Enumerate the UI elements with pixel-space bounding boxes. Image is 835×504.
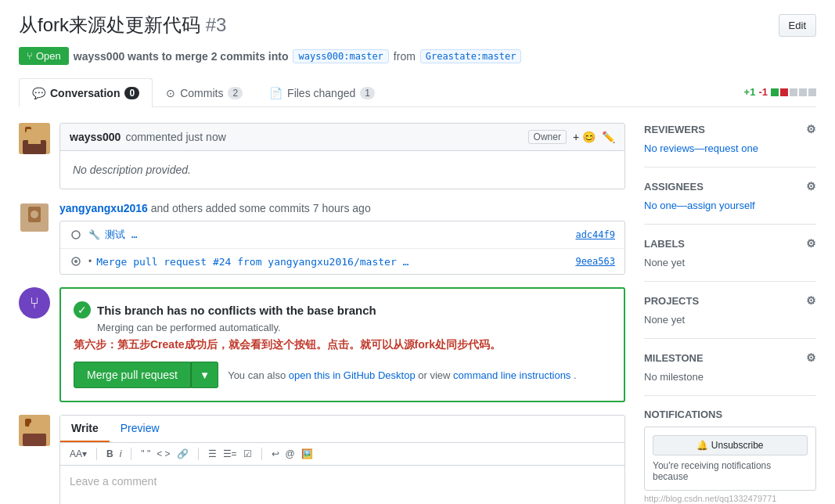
target-branch[interactable]: wayss000:master: [293, 49, 388, 63]
edit-comment-icon[interactable]: ✏️: [602, 131, 615, 143]
write-toolbar: AA▾ B i " " < > 🔗 ☰ ☰= ☑ ↩: [60, 443, 624, 466]
pr-author: wayss000 wants to merge 2 commits into: [74, 50, 289, 63]
comment-block: wayss000 commented just now Owner + 😊 ✏️…: [19, 123, 625, 189]
toolbar-link[interactable]: 🔗: [177, 448, 189, 459]
commit-sha-1[interactable]: adc44f9: [575, 229, 615, 240]
pr-header: 从fork来源处更新代码 #3 Edit: [19, 13, 816, 38]
write-placeholder: Leave a comment: [70, 475, 157, 488]
sidebar-labels-title: Labels ⚙: [644, 237, 816, 250]
labels-gear-icon[interactable]: ⚙: [806, 237, 816, 250]
edit-button[interactable]: Edit: [779, 14, 816, 37]
comment-content: No description provided.: [60, 151, 624, 189]
tab-commits-count: 2: [228, 87, 243, 99]
toolbar-unordered-list[interactable]: ☰: [208, 448, 217, 459]
diff-box-4: [799, 88, 807, 96]
avatar-current-user: [19, 415, 50, 446]
toolbar-mention[interactable]: @: [286, 448, 295, 459]
merge-pull-request-button[interactable]: Merge pull request: [74, 362, 191, 388]
milestone-value: No milestone: [644, 371, 704, 383]
tab-commits-label: Commits: [180, 87, 223, 99]
reviewers-value[interactable]: No reviews—request one: [644, 142, 758, 154]
labels-value: None yet: [644, 257, 685, 268]
main-layout: wayss000 commented just now Owner + 😊 ✏️…: [19, 123, 816, 504]
toolbar-bold[interactable]: B: [106, 448, 113, 459]
activity-icon-area: [19, 202, 50, 233]
write-body: Write Preview AA▾ B i " " < > 🔗 ☰: [59, 415, 625, 504]
sidebar-assignees-title: Assignees ⚙: [644, 180, 816, 193]
emoji-button[interactable]: + 😊: [573, 131, 596, 143]
toolbar-reply[interactable]: ↩: [272, 448, 279, 459]
toolbar-sep-4: [261, 448, 262, 460]
comment-badges: Owner + 😊 ✏️: [528, 130, 615, 144]
svg-point-9: [72, 231, 80, 239]
avatar-activity: [20, 203, 49, 232]
commit-dot-icon-2: [70, 255, 82, 268]
tab-conversation-label: Conversation: [50, 87, 120, 99]
commit-list: 🔧 测试 … adc44f9 • Merge pull request #24 …: [59, 221, 625, 275]
chevron-down-icon: ▼: [200, 369, 210, 381]
git-pull-request-icon: ⑂: [27, 50, 33, 62]
diff-stats: +1 -1: [744, 86, 816, 98]
projects-gear-icon[interactable]: ⚙: [806, 294, 816, 307]
toolbar-image[interactable]: 🖼️: [301, 448, 313, 459]
status-badge: ⑂ Open: [19, 47, 69, 65]
diff-deletions: -1: [758, 86, 768, 98]
comment-body: wayss000 commented just now Owner + 😊 ✏️…: [59, 123, 625, 189]
toolbar-quote[interactable]: " ": [141, 448, 150, 459]
source-branch[interactable]: Greastate:master: [420, 49, 522, 63]
tab-conversation-count: 0: [124, 87, 139, 99]
activity-header: yangyangxu2016 and others added some com…: [59, 202, 625, 214]
unsubscribe-button[interactable]: 🔔 Unsubscribe: [653, 435, 808, 455]
commit-item-1: 🔧 测试 … adc44f9: [60, 221, 624, 249]
comment-header: wayss000 commented just now Owner + 😊 ✏️: [60, 124, 624, 151]
activity-description: and others added some commits 7 hours ag…: [151, 202, 371, 214]
tab-files-label: Files changed: [287, 87, 355, 99]
sidebar: Reviewers ⚙ No reviews—request one Assig…: [644, 123, 816, 504]
owner-badge: Owner: [528, 130, 567, 144]
merge-dropdown-button[interactable]: ▼: [191, 362, 218, 388]
watermark: http://blog.csdn.net/qq1332479771: [644, 494, 816, 503]
commits-icon: ⊙: [166, 87, 175, 99]
commit-sha-2[interactable]: 9eea563: [575, 256, 615, 267]
tab-conversation[interactable]: 💬 Conversation 0: [19, 78, 153, 107]
milestone-gear-icon[interactable]: ⚙: [806, 351, 816, 364]
merge-subtitle: Merging can be performed automatically.: [97, 322, 611, 333]
merge-btn-group: Merge pull request ▼: [74, 362, 218, 388]
activity-author[interactable]: yangyangxu2016: [59, 202, 148, 214]
pr-description: wayss000 wants to merge 2 commits into: [74, 50, 289, 63]
github-desktop-link[interactable]: open this in GitHub Desktop: [289, 369, 416, 381]
svg-rect-15: [23, 434, 46, 446]
pr-tabs: 💬 Conversation 0 ⊙ Commits 2 📄 Files cha…: [19, 77, 816, 107]
diff-additions: +1: [744, 86, 756, 98]
svg-point-10: [74, 260, 77, 263]
write-area[interactable]: Leave a comment: [60, 466, 624, 504]
activity-content: yangyangxu2016 and others added some com…: [59, 202, 625, 275]
tab-commits[interactable]: ⊙ Commits 2: [153, 78, 256, 107]
sidebar-projects: Projects ⚙ None yet: [644, 294, 816, 339]
commit-msg-2: Merge pull request #24 from yangyangxu20…: [96, 256, 575, 268]
toolbar-task-list[interactable]: ☑: [243, 448, 252, 459]
toolbar-italic[interactable]: i: [120, 448, 122, 459]
toolbar-ordered-list[interactable]: ☰=: [223, 448, 237, 459]
reviewers-gear-icon[interactable]: ⚙: [806, 123, 816, 135]
toolbar-heading[interactable]: AA▾: [70, 448, 87, 459]
merge-icon-box: ⑂: [19, 287, 50, 319]
commit-item-2: • Merge pull request #24 from yangyangxu…: [60, 249, 624, 274]
assignees-gear-icon[interactable]: ⚙: [806, 180, 816, 193]
toolbar-code[interactable]: < >: [157, 448, 170, 459]
activity-block: yangyangxu2016 and others added some com…: [19, 202, 625, 275]
write-tab-write[interactable]: Write: [60, 416, 110, 442]
sidebar-notifications: Notifications 🔔 Unsubscribe You're recei…: [644, 409, 816, 504]
diff-box-1: [771, 88, 779, 96]
pr-status-bar: ⑂ Open wayss000 wants to merge 2 commits…: [19, 47, 816, 65]
sidebar-assignees: Assignees ⚙ No one—assign yourself: [644, 180, 816, 225]
sidebar-notifications-title: Notifications: [644, 409, 816, 420]
command-line-link[interactable]: command line instructions: [453, 369, 570, 381]
assignees-value[interactable]: No one—assign yourself: [644, 200, 755, 211]
write-tabs: Write Preview: [60, 416, 624, 443]
svg-point-8: [31, 211, 38, 218]
tab-files-changed[interactable]: 📄 Files changed 1: [256, 78, 388, 107]
commit-dot-icon: [70, 229, 82, 241]
commit-msg-1: 测试 …: [105, 228, 575, 242]
write-tab-preview[interactable]: Preview: [110, 416, 171, 442]
